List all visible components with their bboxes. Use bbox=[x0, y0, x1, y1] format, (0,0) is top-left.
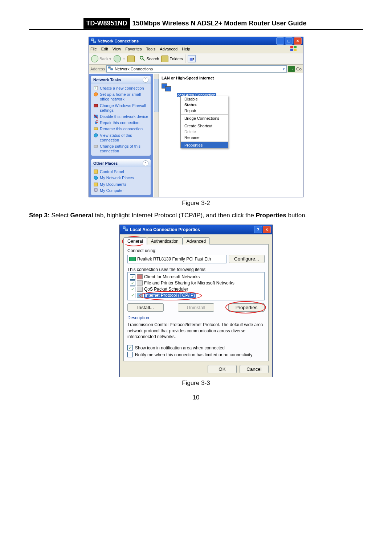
ctx-bridge[interactable]: Bridge Connections bbox=[181, 115, 228, 121]
item-fileshare[interactable]: ✓ File and Printer Sharing for Microsoft… bbox=[130, 280, 262, 286]
menu-edit[interactable]: Edit bbox=[101, 47, 108, 51]
svg-point-12 bbox=[94, 93, 98, 96]
maximize-button[interactable]: □ bbox=[285, 37, 293, 45]
tab-advanced[interactable]: Advanced bbox=[183, 237, 210, 245]
ctx-status[interactable]: Status bbox=[181, 102, 228, 108]
task-rename[interactable]: Rename this connection bbox=[93, 126, 148, 132]
svg-rect-26 bbox=[123, 227, 125, 229]
tab-general[interactable]: General bbox=[123, 237, 147, 245]
lac-properties-dialog: Local Area Connection Properties ? × Gen… bbox=[119, 225, 273, 377]
configure-button[interactable]: Configure... bbox=[229, 255, 265, 263]
sidebar: Network Tasks ⌃ +Create a new connection… bbox=[89, 74, 153, 197]
svg-rect-9 bbox=[111, 69, 113, 70]
checkbox-icon[interactable] bbox=[127, 352, 133, 357]
connection-icon[interactable] bbox=[162, 83, 172, 92]
tab-panel-general: Connect using: Realtek RTL8139 Family PC… bbox=[123, 244, 269, 361]
other-control-panel[interactable]: Control Panel bbox=[93, 169, 148, 175]
checkbox-icon[interactable]: ✓ bbox=[130, 293, 135, 298]
address-icon bbox=[108, 66, 113, 71]
checkbox-icon[interactable]: ✓ bbox=[127, 345, 133, 350]
task-home[interactable]: Set up a home or small office network bbox=[93, 91, 148, 102]
other-network-places[interactable]: My Network Places bbox=[93, 175, 148, 181]
checkbox-icon[interactable]: ✓ bbox=[130, 274, 135, 280]
svg-rect-25 bbox=[95, 192, 97, 192]
notify-row[interactable]: Notify me when this connection has limit… bbox=[127, 352, 265, 357]
protocol-icon bbox=[137, 293, 143, 298]
address-field[interactable]: Network Connections ▾ bbox=[106, 65, 287, 73]
network-tasks-header[interactable]: Network Tasks ⌃ bbox=[91, 76, 151, 84]
svg-rect-1 bbox=[94, 41, 96, 43]
task-disable[interactable]: Disable this network device bbox=[93, 114, 148, 120]
close-button[interactable]: × bbox=[263, 226, 271, 233]
service-icon bbox=[137, 280, 143, 286]
figure-3-3-caption: Figure 3-3 bbox=[29, 379, 363, 387]
other-my-documents[interactable]: My Documents bbox=[93, 181, 148, 188]
task-firewall[interactable]: Change Windows Firewall settings bbox=[93, 103, 148, 114]
titlebar[interactable]: Local Area Connection Properties ? × bbox=[120, 225, 272, 234]
menu-tools[interactable]: Tools bbox=[146, 47, 156, 51]
svg-point-22 bbox=[94, 176, 98, 180]
item-client[interactable]: ✓ Client for Microsoft Networks bbox=[130, 274, 262, 280]
install-button[interactable]: Install... bbox=[127, 303, 164, 312]
svg-rect-21 bbox=[94, 170, 98, 173]
ctx-shortcut[interactable]: Create Shortcut bbox=[181, 123, 228, 129]
menu-help[interactable]: Help bbox=[182, 47, 190, 51]
chevron-up-icon[interactable]: ⌃ bbox=[143, 160, 148, 166]
menu-file[interactable]: File bbox=[90, 47, 97, 51]
client-icon bbox=[137, 274, 143, 279]
other-places-header[interactable]: Other Places ⌃ bbox=[91, 159, 151, 167]
help-button[interactable]: ? bbox=[254, 226, 262, 233]
task-status[interactable]: View status of this connection bbox=[93, 132, 148, 143]
svg-rect-13 bbox=[94, 104, 98, 107]
items-listbox[interactable]: ✓ Client for Microsoft Networks ✓ File a… bbox=[127, 272, 265, 300]
svg-rect-0 bbox=[91, 39, 94, 41]
menu-view[interactable]: View bbox=[113, 47, 121, 51]
address-value: Network Connections bbox=[115, 67, 153, 71]
tab-authentication[interactable]: Authentication bbox=[147, 237, 183, 245]
task-change[interactable]: Change settings of this connection bbox=[93, 143, 148, 154]
menu-favorites[interactable]: Favorites bbox=[125, 47, 142, 51]
toolbar: Back▾ ▾ Search Folders ▦▾ bbox=[89, 53, 303, 65]
ctx-properties[interactable]: Properties bbox=[181, 142, 228, 148]
close-button[interactable]: × bbox=[294, 37, 302, 45]
item-qos[interactable]: ✓ QoS Packet Scheduler bbox=[130, 286, 262, 292]
folders-button[interactable]: Folders bbox=[161, 56, 183, 62]
minimize-button[interactable]: _ bbox=[276, 37, 284, 45]
ctx-disable[interactable]: Disable bbox=[181, 96, 228, 102]
checkbox-icon[interactable]: ✓ bbox=[130, 280, 135, 286]
adapter-field[interactable]: Realtek RTL8139 Family PCI Fast Eth bbox=[127, 255, 226, 263]
step3-text: Step 3: Select General tab, highlight In… bbox=[29, 210, 363, 221]
back-button[interactable]: Back▾ bbox=[91, 55, 111, 62]
search-button[interactable]: Search bbox=[139, 56, 159, 62]
titlebar[interactable]: Network Connections _ □ × bbox=[89, 37, 303, 45]
svg-line-7 bbox=[143, 59, 144, 61]
item-tcpip[interactable]: ✓ Internet Protocol (TCP/IP) bbox=[130, 292, 262, 299]
step3-label: Step 3: bbox=[29, 212, 50, 219]
guide-title: 150Mbps Wireless N ADSL2+ Modem Router U… bbox=[130, 18, 309, 29]
ctx-repair[interactable]: Repair bbox=[181, 108, 228, 114]
other-my-computer[interactable]: My Computer bbox=[93, 188, 148, 194]
go-button[interactable]: → bbox=[288, 66, 295, 72]
service-icon bbox=[137, 287, 143, 292]
ctx-rename[interactable]: Rename bbox=[181, 135, 228, 140]
show-icon-row[interactable]: ✓ Show icon in notification area when co… bbox=[127, 345, 265, 350]
folders-icon bbox=[161, 56, 168, 62]
menu-advanced[interactable]: Advanced bbox=[160, 47, 177, 51]
cancel-button[interactable]: Cancel bbox=[240, 365, 269, 373]
go-label: Go bbox=[296, 67, 302, 71]
chevron-up-icon[interactable]: ⌃ bbox=[143, 77, 148, 83]
up-folder-icon[interactable] bbox=[127, 56, 135, 62]
description-label: Description bbox=[127, 315, 265, 320]
scrollbar[interactable] bbox=[154, 74, 159, 197]
forward-button[interactable] bbox=[114, 55, 121, 62]
checkbox-icon[interactable]: ✓ bbox=[130, 287, 135, 292]
task-repair[interactable]: Repair this connection bbox=[93, 120, 148, 126]
task-create[interactable]: +Create a new connection bbox=[93, 85, 148, 91]
nic-icon bbox=[129, 257, 136, 261]
adapter-name: Realtek RTL8139 Family PCI Fast Eth bbox=[137, 257, 211, 262]
ok-button[interactable]: OK bbox=[208, 365, 237, 373]
views-button[interactable]: ▦▾ bbox=[188, 55, 196, 62]
menubar[interactable]: File Edit View Favorites Tools Advanced … bbox=[89, 45, 303, 53]
context-menu: Disable Status Repair Bridge Connections… bbox=[180, 96, 228, 148]
properties-button[interactable]: Properties bbox=[228, 303, 265, 312]
